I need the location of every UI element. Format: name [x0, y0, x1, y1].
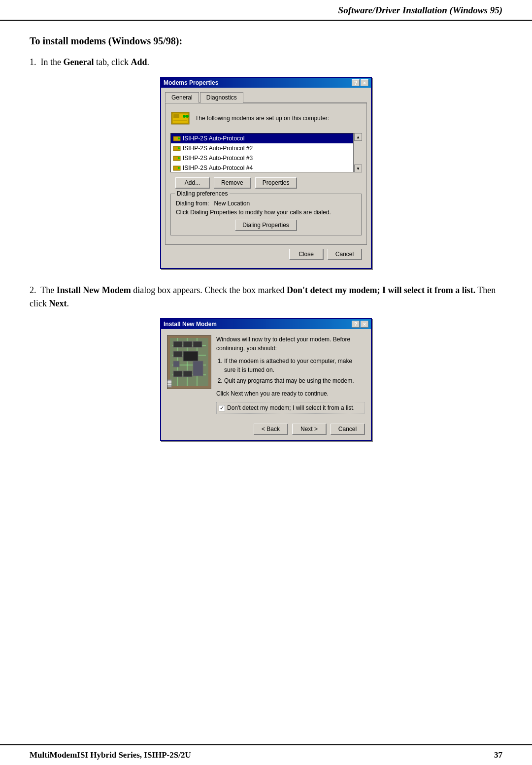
list-item[interactable]: ISIHP-2S Auto-Protocol #2 — [171, 143, 353, 153]
close-button[interactable]: × — [361, 79, 368, 86]
svg-rect-24 — [183, 341, 192, 347]
svg-point-7 — [178, 137, 180, 139]
modem-listbox-container: ISIHP-2S Auto-Protocol ISIHP-2S Auto-Pro… — [170, 133, 362, 172]
scroll-down-arrow[interactable]: ▼ — [354, 165, 362, 172]
cancel-dialog-button[interactable]: Cancel — [328, 249, 362, 260]
modem-listbox[interactable]: ISIHP-2S Auto-Protocol ISIHP-2S Auto-Pro… — [170, 133, 354, 172]
step-2-bold2: Don't detect my modem; I will select it … — [287, 285, 475, 295]
step-1-prefix: In the — [41, 57, 64, 67]
install-modem-dialog-container: Install New Modem ? × — [30, 318, 502, 441]
listbox-scrollbar[interactable]: ▲ ▼ — [354, 133, 362, 172]
back-button[interactable]: < Back — [254, 424, 288, 435]
install-modem-body: Windows will now try to detect your mode… — [161, 329, 371, 420]
page-footer: MultiModemISI Hybrid Series, ISIHP-2S/2U… — [0, 744, 532, 765]
footer-left: MultiModemISI Hybrid Series, ISIHP-2S/2U — [30, 750, 191, 760]
dont-detect-label: Don't detect my modem; I will select it … — [227, 403, 355, 412]
dialing-from-value: New Location — [214, 200, 250, 207]
svg-rect-5 — [173, 120, 187, 121]
page-header: Software/Driver Installation (Windows 95… — [0, 0, 532, 21]
modems-properties-body: General Diagnostics — [161, 88, 371, 268]
tab-diagnostics[interactable]: Diagnostics — [200, 92, 243, 103]
scroll-up-arrow[interactable]: ▲ — [354, 133, 362, 141]
svg-rect-26 — [173, 351, 182, 357]
svg-rect-28 — [173, 361, 179, 367]
svg-point-11 — [178, 157, 180, 159]
dont-detect-checkbox[interactable]: ✓ — [219, 405, 225, 411]
modem-icon-row: The following modems are set up on this … — [170, 108, 362, 128]
modems-tabs: General Diagnostics — [165, 92, 367, 103]
tab-general[interactable]: General — [165, 92, 199, 103]
svg-point-13 — [178, 167, 180, 169]
svg-rect-2 — [173, 114, 179, 118]
step-2-bold1: Install New Modem — [57, 285, 131, 295]
modem-action-buttons: Add... Remove Properties — [170, 177, 362, 189]
install-instructions: If the modem is attached to your compute… — [224, 357, 365, 385]
install-modem-dialog: Install New Modem ? × — [160, 318, 372, 441]
svg-rect-29 — [173, 371, 182, 377]
modems-footer: Close Cancel — [165, 245, 367, 264]
step-2-end: . — [66, 299, 69, 308]
install-instruction-1: If the modem is attached to your compute… — [224, 357, 365, 374]
dont-detect-checkbox-row[interactable]: ✓ Don't detect my modem; I will select i… — [216, 402, 365, 414]
install-next-text: Click Next when you are ready to continu… — [216, 389, 365, 398]
svg-rect-30 — [183, 371, 192, 377]
install-instruction-2: Quit any programs that may be using the … — [224, 376, 365, 385]
step-1-suffix: . — [147, 57, 149, 67]
dialing-properties-btn-container: Dialing Properties — [176, 220, 356, 231]
install-modem-image — [167, 335, 211, 389]
modems-properties-title: Modems Properties — [164, 79, 218, 86]
modem-icon — [170, 108, 190, 128]
dialing-from-row: Dialing from: New Location — [176, 200, 356, 207]
dialing-preferences-content: Dialing from: New Location Click Dialing… — [176, 198, 356, 231]
modems-properties-dialog: Modems Properties ? × General Diagnostic… — [160, 77, 372, 269]
svg-point-4 — [186, 115, 189, 118]
install-modem-titlebar: Install New Modem ? × — [161, 319, 371, 329]
install-help-button[interactable]: ? — [352, 321, 360, 328]
add-button[interactable]: Add... — [175, 177, 210, 189]
svg-rect-34 — [167, 384, 171, 385]
modem-description: The following modems are set up on this … — [195, 115, 329, 122]
properties-button[interactable]: Properties — [255, 177, 298, 189]
install-main-text: Windows will now try to detect your mode… — [216, 335, 365, 353]
modems-properties-titlebar: Modems Properties ? × — [161, 78, 371, 88]
tab-content-general: The following modems are set up on this … — [165, 103, 367, 245]
step-2-text: 2. The Install New Modem dialog box appe… — [30, 284, 502, 310]
page-content: To install modems (Windows 95/98): 1. In… — [0, 21, 532, 470]
help-button[interactable]: ? — [352, 79, 360, 86]
step-1: 1. In the General tab, click Add. Modems… — [30, 56, 502, 269]
step-1-bold1: General — [63, 57, 94, 67]
dialing-from-label: Dialing from: — [176, 200, 209, 207]
list-item[interactable]: ISIHP-2S Auto-Protocol #4 — [171, 163, 353, 172]
install-modem-footer: < Back Next > Cancel — [161, 420, 371, 440]
svg-rect-31 — [193, 361, 203, 376]
step-1-bold2: Add — [131, 57, 147, 67]
cancel-install-button[interactable]: Cancel — [331, 424, 365, 435]
section-title: To install modems (Windows 95/98): — [30, 35, 502, 47]
install-close-button[interactable]: × — [361, 321, 368, 328]
step-2: 2. The Install New Modem dialog box appe… — [30, 284, 502, 441]
next-button[interactable]: Next > — [292, 424, 327, 435]
scrollbar-thumb[interactable] — [354, 141, 362, 165]
list-item[interactable]: ISIHP-2S Auto-Protocol — [171, 133, 353, 143]
svg-rect-27 — [183, 351, 198, 361]
svg-rect-32 — [167, 380, 171, 387]
titlebar-buttons: ? × — [352, 79, 368, 86]
list-item[interactable]: ISIHP-2S Auto-Protocol #3 — [171, 153, 353, 163]
install-modem-title: Install New Modem — [164, 321, 217, 328]
remove-button[interactable]: Remove — [214, 177, 251, 189]
step-2-prefix: The — [40, 285, 56, 295]
step-1-text: 1. In the General tab, click Add. — [30, 56, 502, 69]
dialing-desc: Click Dialing Properties to modify how y… — [176, 209, 356, 216]
svg-rect-23 — [173, 341, 182, 347]
dialing-preferences-groupbox: Dialing preferences Dialing from: New Lo… — [170, 194, 362, 235]
svg-rect-25 — [193, 341, 202, 347]
dialing-preferences-label: Dialing preferences — [175, 190, 230, 197]
close-dialog-button[interactable]: Close — [289, 249, 324, 260]
svg-rect-33 — [167, 381, 171, 383]
install-titlebar-buttons: ? × — [352, 321, 368, 328]
svg-point-9 — [178, 147, 180, 149]
step-2-middle: dialog box appears. Check the box marked — [131, 285, 287, 295]
install-modem-text: Windows will now try to detect your mode… — [216, 335, 365, 414]
dialing-properties-button[interactable]: Dialing Properties — [235, 220, 297, 231]
svg-point-3 — [183, 115, 186, 118]
